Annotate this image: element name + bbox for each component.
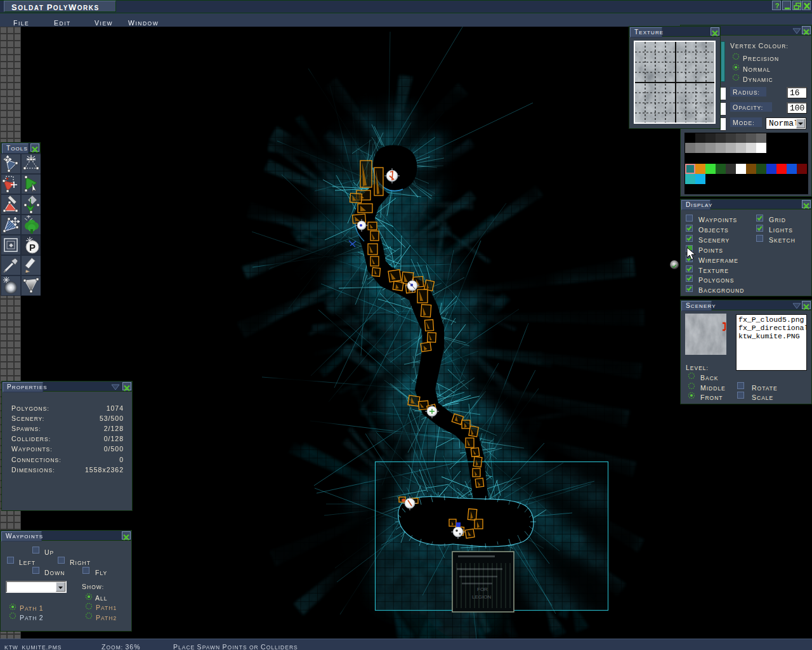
- svg-text:?: ?: [775, 2, 780, 10]
- svg-text:P: P: [29, 242, 36, 253]
- svg-text:LEGION: LEGION: [472, 594, 491, 600]
- svg-text:FOR: FOR: [477, 587, 488, 592]
